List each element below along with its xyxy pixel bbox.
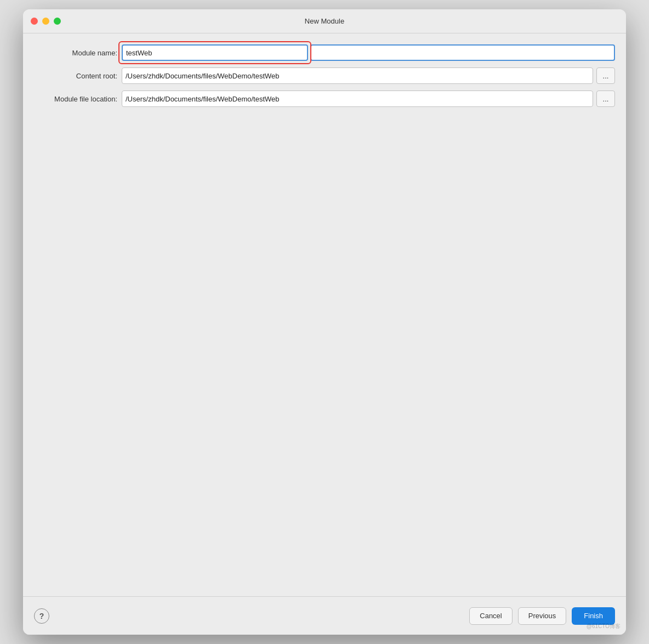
module-name-row: Module name: <box>34 44 615 61</box>
module-file-location-input[interactable] <box>122 91 593 107</box>
title-bar: New Module <box>23 9 626 33</box>
browse-icon-2: ... <box>603 95 609 103</box>
help-icon: ? <box>39 612 44 620</box>
minimize-button[interactable] <box>42 18 49 25</box>
close-button[interactable] <box>31 18 38 25</box>
maximize-button[interactable] <box>54 18 61 25</box>
watermark-text: @61CTO博客 <box>587 623 620 630</box>
content-root-browse-button[interactable]: ... <box>596 67 615 84</box>
window-controls <box>31 18 61 25</box>
help-button[interactable]: ? <box>34 608 49 624</box>
footer-right: Cancel Previous Finish <box>469 607 615 625</box>
module-name-extended-input[interactable] <box>310 44 615 61</box>
dialog-title: New Module <box>305 17 344 25</box>
form-area: Module name: Content root: ... Module fi… <box>34 44 615 114</box>
previous-button[interactable]: Previous <box>518 607 567 625</box>
content-root-input[interactable] <box>122 67 593 84</box>
content-root-label: Content root: <box>34 72 122 80</box>
module-file-location-browse-button[interactable]: ... <box>596 91 615 107</box>
finish-button[interactable]: Finish <box>572 607 615 625</box>
module-file-location-row: Module file location: ... <box>34 91 615 107</box>
cancel-button[interactable]: Cancel <box>469 607 512 625</box>
dialog-footer: ? Cancel Previous Finish <box>23 596 626 635</box>
footer-left: ? <box>34 608 49 624</box>
module-name-input[interactable] <box>122 44 308 61</box>
content-root-row: Content root: ... <box>34 67 615 84</box>
browse-icon: ... <box>603 72 609 80</box>
module-file-location-label: Module file location: <box>34 95 122 103</box>
module-name-wrapper <box>122 44 308 61</box>
dialog-content: Module name: Content root: ... Module fi… <box>23 33 626 596</box>
new-module-dialog: New Module Module name: Content root: ..… <box>23 9 626 635</box>
module-name-label: Module name: <box>34 49 122 57</box>
